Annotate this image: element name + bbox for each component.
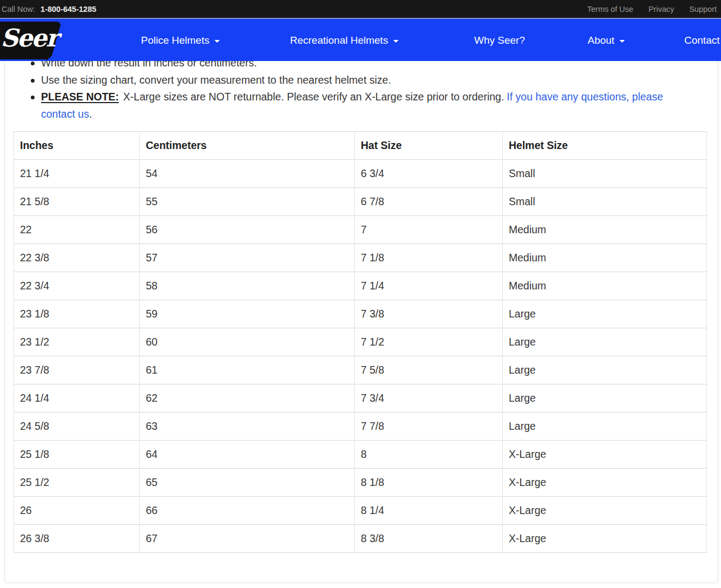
topbar-link-support[interactable]: Support [689, 5, 717, 13]
column-header-helmet-size: Helmet Size [503, 131, 707, 159]
nav-item-label: Why Seer? [474, 35, 525, 46]
table-cell: Large [503, 356, 707, 384]
chevron-down-icon [214, 40, 220, 43]
table-cell: 21 1/4 [14, 159, 140, 187]
table-header-row: Inches Centimeters Hat Size Helmet Size [14, 131, 707, 159]
table-cell: 60 [140, 328, 355, 356]
table-cell: 24 1/4 [14, 384, 140, 412]
table-cell: 7 [355, 215, 503, 244]
table-cell: 8 1/4 [355, 496, 503, 524]
list-item: PLEASE NOTE:X-Large sizes are NOT return… [5, 89, 677, 123]
topbar-link-terms-of-use[interactable]: Terms of Use [587, 5, 633, 13]
table-row: 22 3/8577 1/8Medium [14, 244, 707, 272]
table-cell: 24 5/8 [14, 412, 140, 440]
table-cell: 8 1/8 [355, 468, 503, 496]
seer-logo[interactable]: Seer [0, 22, 62, 59]
table-cell: Large [503, 300, 707, 328]
main-nav: Seer Police Helmets Recreational Helmets… [0, 18, 721, 61]
table-cell: 22 [14, 215, 140, 244]
table-cell: 25 1/2 [14, 468, 140, 496]
logo-text: Seer [1, 25, 57, 52]
table-cell: 8 3/8 [355, 524, 503, 552]
table-cell: 6 3/4 [355, 159, 503, 187]
table-cell: X-Large [503, 496, 707, 524]
table-cell: 8 [355, 440, 503, 468]
table-row: 23 7/8617 5/8Large [14, 356, 707, 384]
table-cell: 23 7/8 [14, 356, 140, 384]
topbar: Call Now: 1-800-645-1285 Terms of Use Pr… [0, 0, 721, 18]
table-cell: 26 3/8 [14, 524, 140, 552]
table-cell: 59 [140, 300, 355, 328]
topbar-link-privacy[interactable]: Privacy [649, 5, 675, 13]
table-cell: Large [503, 384, 707, 412]
table-cell: X-Large [503, 524, 707, 552]
nav-item-label: Contact [684, 35, 719, 46]
table-row: 24 5/8637 7/8Large [14, 412, 707, 440]
table-cell: 62 [140, 384, 355, 412]
table-row: 21 1/4546 3/4Small [14, 159, 707, 187]
table-cell: 21 5/8 [14, 187, 140, 215]
table-cell: 26 [14, 496, 140, 524]
nav-item-police-helmets[interactable]: Police Helmets [141, 20, 220, 61]
table-row: 23 1/8597 3/8Large [14, 300, 707, 328]
nav-item-why-seer[interactable]: Why Seer? [474, 20, 525, 61]
table-cell: 6 7/8 [355, 187, 503, 215]
table-cell: 23 1/8 [14, 300, 140, 328]
note-text: X-Large sizes are NOT returnable. Please… [123, 91, 504, 103]
table-cell: Small [503, 159, 707, 187]
sizing-chart-table: Inches Centimeters Hat Size Helmet Size … [14, 131, 707, 553]
nav-item-recreational-helmets[interactable]: Recreational Helmets [290, 20, 399, 61]
nav-item-label: Police Helmets [141, 35, 210, 46]
table-row: 25 1/8648X-Large [14, 440, 707, 468]
table-cell: Large [503, 328, 707, 356]
table-row: 26 3/8678 3/8X-Large [14, 524, 707, 552]
table-cell: 7 1/4 [355, 272, 503, 300]
table-cell: 7 3/4 [355, 384, 503, 412]
table-cell: 7 1/2 [355, 328, 503, 356]
please-note-label: PLEASE NOTE: [41, 91, 119, 103]
table-cell: 25 1/8 [14, 440, 140, 468]
table-cell: 56 [140, 215, 355, 244]
table-cell: Large [503, 412, 707, 440]
table-cell: 22 3/8 [14, 244, 140, 272]
table-cell: 54 [140, 159, 355, 187]
content-panel: Write down the result in inches or centi… [4, 54, 718, 583]
column-header-hat-size: Hat Size [355, 131, 503, 159]
table-row: 21 5/8556 7/8Small [14, 187, 707, 215]
instruction-list: Write down the result in inches or centi… [5, 55, 718, 123]
table-cell: Medium [503, 272, 707, 300]
table-cell: 22 3/4 [14, 272, 140, 300]
nav-item-contact[interactable]: Contact [684, 20, 719, 61]
phone-number[interactable]: 1-800-645-1285 [41, 5, 96, 13]
table-cell: 57 [140, 244, 355, 272]
table-cell: 7 3/8 [355, 300, 503, 328]
table-row: 23 1/2607 1/2Large [14, 328, 707, 356]
table-cell: 7 5/8 [355, 356, 503, 384]
table-row: 26668 1/4X-Large [14, 496, 707, 524]
instruction-text: Use the sizing chart, convert your measu… [41, 74, 391, 86]
table-cell: X-Large [503, 440, 707, 468]
topbar-links: Terms of Use Privacy Support [587, 5, 718, 13]
table-row: 25 1/2658 1/8X-Large [14, 468, 707, 496]
table-body: 21 1/4546 3/4Small21 5/8556 7/8Small2256… [14, 159, 707, 552]
column-header-centimeters: Centimeters [140, 131, 355, 159]
table-cell: 65 [140, 468, 355, 496]
table-cell: 66 [140, 496, 355, 524]
table-cell: 61 [140, 356, 355, 384]
table-row: 24 1/4627 3/4Large [14, 384, 707, 412]
logo-trademark-dot [46, 58, 48, 60]
table-cell: Medium [503, 215, 707, 244]
table-cell: 7 7/8 [355, 412, 503, 440]
table-cell: 63 [140, 412, 355, 440]
list-item: Use the sizing chart, convert your measu… [5, 72, 677, 89]
call-now-label: Call Now: [2, 5, 35, 13]
call-now-area: Call Now: 1-800-645-1285 [2, 5, 96, 13]
nav-item-label: Recreational Helmets [290, 35, 388, 46]
table-cell: 55 [140, 187, 355, 215]
column-header-inches: Inches [14, 131, 140, 159]
chevron-down-icon [619, 40, 625, 43]
table-cell: 7 1/8 [355, 244, 503, 272]
table-cell: 58 [140, 272, 355, 300]
table-cell: 23 1/2 [14, 328, 140, 356]
nav-item-about[interactable]: About [588, 20, 625, 61]
